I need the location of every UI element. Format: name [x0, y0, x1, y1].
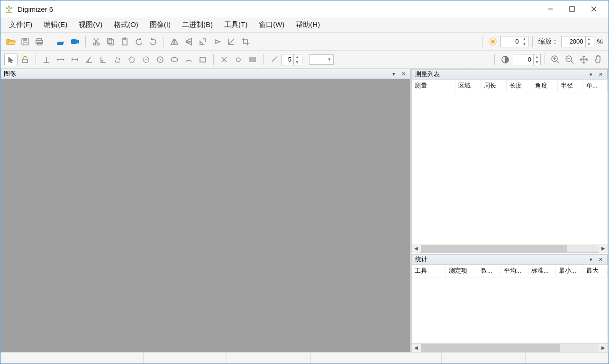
- right-angle-tool[interactable]: [97, 53, 110, 66]
- marker-x-tool[interactable]: [218, 53, 231, 66]
- magic-wand-tool[interactable]: [267, 53, 281, 66]
- pointer-tool[interactable]: [4, 53, 18, 66]
- rotate-left-button[interactable]: [210, 35, 224, 48]
- lock-tool[interactable]: [18, 53, 32, 66]
- scroll-left-icon[interactable]: ◀: [412, 244, 420, 253]
- minimize-button[interactable]: [539, 1, 561, 17]
- col-unit[interactable]: 单...: [583, 80, 608, 92]
- col-count[interactable]: 数...: [478, 265, 501, 277]
- magic-up[interactable]: ▲: [294, 54, 300, 60]
- brightness-down[interactable]: ▼: [521, 42, 528, 47]
- svg-rect-12: [109, 40, 113, 45]
- menu-help[interactable]: 帮助(H): [290, 18, 326, 31]
- menu-binary[interactable]: 二进制(B): [176, 18, 218, 31]
- stats-scrollbar[interactable]: ◀ ▶: [412, 343, 608, 352]
- scroll-right-icon[interactable]: ▶: [599, 244, 608, 253]
- panel-menu-icon[interactable]: ▾: [587, 71, 595, 78]
- rotate-button[interactable]: [196, 35, 209, 48]
- col-angle[interactable]: 角度: [532, 80, 558, 92]
- magic-stepper[interactable]: ▲▼: [282, 54, 302, 65]
- brightness-up[interactable]: ▲: [521, 36, 528, 42]
- stats-table-body[interactable]: [412, 277, 608, 343]
- image-canvas[interactable]: [0, 79, 410, 352]
- save-button[interactable]: [18, 35, 32, 48]
- zoom-in-button[interactable]: [549, 53, 562, 66]
- paste-button[interactable]: [118, 35, 131, 48]
- pan-button[interactable]: [591, 53, 605, 66]
- col-perimeter[interactable]: 周长: [481, 80, 507, 92]
- perpendicular-tool[interactable]: [40, 53, 53, 66]
- redo-button[interactable]: [146, 35, 160, 48]
- print-button[interactable]: [33, 35, 46, 48]
- col-area[interactable]: 区域: [455, 80, 481, 92]
- scroll-left-icon[interactable]: ◀: [412, 344, 420, 352]
- panel-close-icon[interactable]: ✕: [597, 71, 604, 78]
- menu-format[interactable]: 格式(O): [108, 18, 144, 31]
- crop-button[interactable]: [239, 35, 252, 48]
- closed-polygon-tool[interactable]: [125, 53, 138, 66]
- panel-menu-icon[interactable]: ▾: [390, 70, 398, 78]
- col-std[interactable]: 标准...: [528, 265, 556, 277]
- magic-input[interactable]: [282, 56, 293, 63]
- zoom-up[interactable]: ▲: [586, 36, 592, 42]
- col-min[interactable]: 最小...: [556, 265, 583, 277]
- panel-close-icon[interactable]: ✕: [597, 256, 604, 263]
- scroll-thumb[interactable]: [421, 344, 560, 352]
- col-mean[interactable]: 平均...: [501, 265, 528, 277]
- camera-button[interactable]: [68, 35, 82, 48]
- menu-image[interactable]: 图像(I): [144, 18, 176, 31]
- undo-button[interactable]: [132, 35, 145, 48]
- panel-menu-icon[interactable]: ▾: [587, 256, 595, 263]
- col-radius[interactable]: 半径: [558, 80, 583, 92]
- menu-window[interactable]: 窗口(W): [253, 18, 290, 31]
- contrast-up[interactable]: ▲: [534, 54, 540, 60]
- contrast-input[interactable]: [513, 56, 533, 63]
- zoom-down[interactable]: ▼: [586, 42, 592, 47]
- zoom-input[interactable]: [562, 38, 585, 45]
- maximize-button[interactable]: [561, 1, 583, 17]
- menu-file[interactable]: 文件(F): [3, 18, 38, 31]
- polygon-tool[interactable]: [111, 53, 124, 66]
- flip-horizontal-button[interactable]: [168, 35, 181, 48]
- contrast-stepper[interactable]: ▲▼: [513, 54, 541, 65]
- zoom-out-button[interactable]: [563, 53, 576, 66]
- fit-button[interactable]: [577, 53, 591, 66]
- copy-button[interactable]: [104, 35, 117, 48]
- cut-button[interactable]: [90, 35, 103, 48]
- distance-tool[interactable]: [68, 53, 82, 66]
- brightness-input[interactable]: [501, 38, 521, 45]
- col-tool[interactable]: 工具: [412, 265, 446, 277]
- line-tool[interactable]: [54, 53, 67, 66]
- zoom-stepper[interactable]: ▲▼: [561, 36, 594, 47]
- scan-button[interactable]: [54, 35, 67, 48]
- panel-close-icon[interactable]: ✕: [400, 70, 407, 78]
- magic-down[interactable]: ▼: [294, 60, 300, 65]
- col-item[interactable]: 测定项: [446, 265, 478, 277]
- col-measure[interactable]: 测量: [412, 80, 455, 92]
- barcode-tool[interactable]: [246, 53, 259, 66]
- scroll-right-icon[interactable]: ▶: [599, 344, 608, 352]
- circle-tool[interactable]: [154, 53, 167, 66]
- scroll-thumb[interactable]: [421, 245, 567, 252]
- menu-tools[interactable]: 工具(T): [218, 18, 253, 31]
- marker-dot-tool[interactable]: [232, 53, 245, 66]
- angle-tool[interactable]: [82, 53, 96, 66]
- color-picker[interactable]: ▼: [309, 54, 334, 65]
- menu-edit[interactable]: 编辑(E): [38, 18, 73, 31]
- ellipse-tool[interactable]: [168, 53, 181, 66]
- deskew-button[interactable]: [225, 35, 238, 48]
- open-button[interactable]: [4, 35, 18, 48]
- close-button[interactable]: [583, 1, 605, 17]
- rectangle-tool[interactable]: [196, 53, 209, 66]
- col-length[interactable]: 长度: [507, 80, 532, 92]
- svg-point-15: [491, 40, 495, 44]
- flip-vertical-button[interactable]: [182, 35, 195, 48]
- circle-center-tool[interactable]: [139, 53, 153, 66]
- measurements-table-body[interactable]: [412, 92, 608, 244]
- brightness-stepper[interactable]: ▲▼: [500, 36, 528, 47]
- col-max[interactable]: 最大: [583, 265, 608, 277]
- measurements-scrollbar[interactable]: ◀ ▶: [412, 244, 608, 252]
- contrast-down[interactable]: ▼: [534, 60, 540, 65]
- arc-tool[interactable]: [182, 53, 195, 66]
- menu-view[interactable]: 视图(V): [73, 18, 108, 31]
